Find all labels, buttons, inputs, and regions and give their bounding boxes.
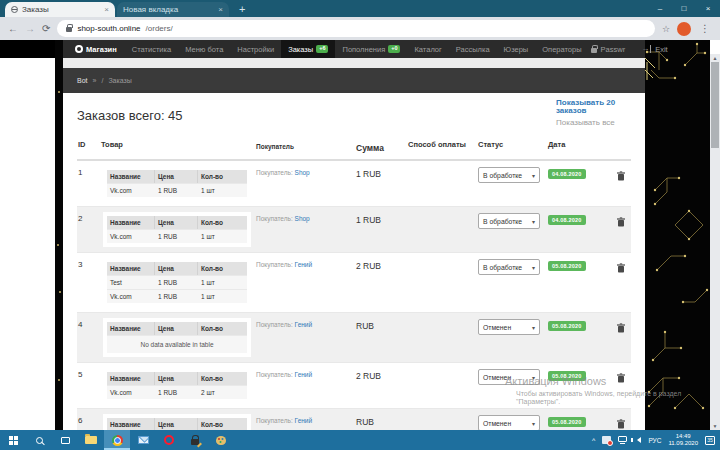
nav-right: Passwr → Exit [589,40,680,58]
security-app-button[interactable] [182,430,208,450]
nav-item-orders[interactable]: Заказы +6 [281,40,335,58]
nav-item-catalog[interactable]: Каталог [407,40,448,58]
date-badge: 04.08.2020 [548,169,586,179]
col-actions [610,140,631,153]
tab-close-icon[interactable]: × [99,5,109,14]
delete-order-button[interactable] [617,169,625,184]
task-view-button[interactable] [52,430,78,450]
nav-item-bot-menu[interactable]: Меню бота [178,40,230,58]
tray-chevron-icon[interactable]: ^ [592,437,595,444]
circuit-pattern-icon [645,40,710,430]
nav-item-operators[interactable]: Операторы [535,40,588,58]
site-container: Магазин Статистика Меню бота Настройки З… [63,40,645,430]
new-tab-button[interactable]: + [239,4,245,15]
breadcrumb-arrow-icon: » [93,77,97,84]
taskbar-search-button[interactable] [26,430,52,450]
breadcrumb-root[interactable]: Bot [77,77,88,84]
table-header: ID Товар Покупатель Сумма Способ оплаты … [77,135,631,161]
status-select[interactable]: Отменен▾ [478,369,540,385]
taskbar: ^ РУС 14:49 11.09.2020 35 [0,430,720,450]
delete-order-button[interactable] [617,215,625,230]
folder-icon [85,436,97,444]
buyer-link[interactable]: Гений [295,261,313,268]
buyer-link[interactable]: Гений [295,321,313,328]
lock-icon [591,48,597,53]
status-select[interactable]: В обработке▾ [478,259,540,275]
back-icon[interactable]: ← [8,24,18,34]
exit-button[interactable]: → Exit [639,40,670,58]
clock-date: 11.09.2020 [668,440,698,447]
opera-button[interactable] [156,430,182,450]
show-20-link[interactable]: Показывать 20 заказов [556,99,645,115]
trash-icon [617,171,625,181]
browser-menu-icon[interactable]: ⋮ [698,23,712,34]
paint-button[interactable] [208,430,234,450]
status-select[interactable]: В обработке▾ [478,167,540,183]
page-scrollbar[interactable]: ▲ ▼ [710,54,720,430]
delete-order-button[interactable] [617,371,625,386]
brand[interactable]: Магазин [63,45,125,54]
window-controls: – □ × [648,0,720,17]
col-status: Статус [478,140,548,153]
nav-item-topups[interactable]: Пополнения +0 [335,40,407,58]
nav-item-settings[interactable]: Настройки [230,40,281,58]
maximize-button[interactable]: □ [672,0,696,17]
chevron-down-icon: ▾ [532,324,535,331]
scrollbar-thumb[interactable] [711,62,719,148]
nav-item-mailing[interactable]: Рассылка [449,40,497,58]
system-tray: ^ РУС 14:49 11.09.2020 35 [592,433,720,447]
order-id: 6 [77,414,101,425]
table-row: 4 НазваниеЦенаКол-во No data available i… [77,313,631,363]
browser-tab-orders[interactable]: Заказы × [5,2,115,17]
status-select[interactable]: Отменен▾ [478,319,540,335]
buyer-link[interactable]: Shop [295,215,310,222]
screen: Заказы × Новая вкладка × + – □ × ← → ⟳ s… [0,0,720,450]
circuit-pattern-left [55,40,63,430]
close-button[interactable]: × [696,0,720,17]
tray-app-icon[interactable] [602,436,611,444]
chrome-button[interactable] [104,430,130,450]
address-bar: ← → ⟳ shop-south.online/orders/ ☆ ⋮ [0,17,720,40]
buyer-link[interactable]: Гений [295,417,313,424]
url-input[interactable]: shop-south.online/orders/ [57,20,655,37]
buyer-link[interactable]: Гений [295,371,313,378]
tab-title: Заказы [22,5,99,14]
chevron-down-icon: ▾ [532,172,535,179]
scroll-down-icon[interactable]: ▼ [710,423,720,429]
language-indicator[interactable]: РУС [648,437,661,444]
bookmark-star-icon[interactable]: ☆ [662,24,670,34]
speaker-icon[interactable] [637,437,641,443]
trash-icon [617,263,625,273]
tab-title: Новая вкладка [123,5,213,14]
status-select[interactable]: Отменен▾ [478,415,540,430]
delete-order-button[interactable] [617,321,625,336]
background-left-strip [55,40,63,430]
scroll-up-icon[interactable]: ▲ [710,55,720,61]
delete-order-button[interactable] [617,417,625,430]
reload-icon[interactable]: ⟳ [42,24,50,34]
minimize-button[interactable]: – [648,0,672,17]
topups-badge: +0 [388,45,400,53]
clock[interactable]: 14:49 11.09.2020 [668,433,698,447]
mail-button[interactable] [130,430,156,450]
nav-item-statistics[interactable]: Статистика [125,40,178,58]
delete-order-button[interactable] [617,261,625,276]
tab-close-icon[interactable]: × [213,5,223,14]
buyer-link[interactable]: Shop [295,169,310,176]
order-sum: RUB [356,318,408,331]
network-icon[interactable] [618,436,627,442]
profile-avatar[interactable] [677,22,691,36]
start-button[interactable] [0,430,26,450]
action-center-icon[interactable]: 35 [705,436,715,445]
date-badge: 05.08.2020 [548,261,586,271]
forward-icon[interactable]: → [25,24,35,34]
browser-tab-newtab[interactable]: Новая вкладка × [117,2,229,17]
nav-item-users[interactable]: Юзеры [497,40,536,58]
status-select[interactable]: В обработке▾ [478,213,540,229]
show-all-link[interactable]: Показывать все [556,119,645,127]
trash-icon [617,323,625,333]
col-payment: Способ оплаты [408,140,478,153]
file-explorer-button[interactable] [78,430,104,450]
password-button[interactable]: Passwr [589,40,628,58]
product-row: Vk.com1 RUB2 шт [107,385,247,399]
